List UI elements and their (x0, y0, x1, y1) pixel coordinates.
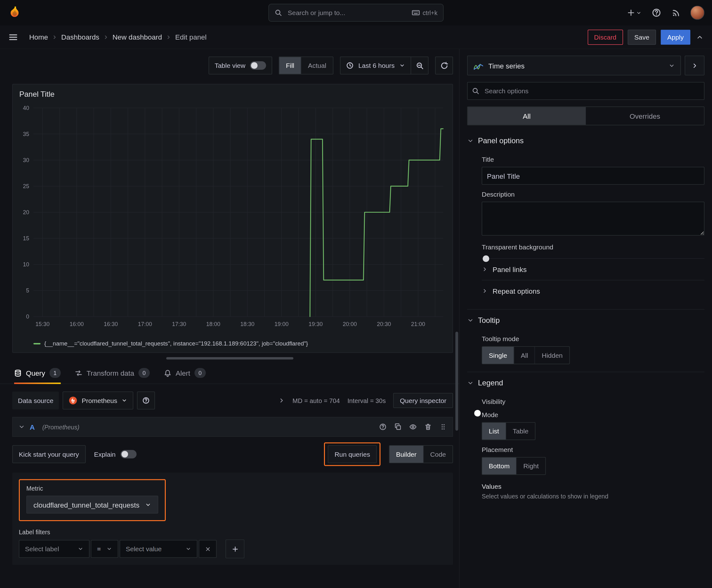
legend-list-option[interactable]: List (482, 423, 506, 440)
visualization-picker[interactable]: Time series (467, 56, 681, 76)
user-avatar[interactable] (690, 6, 705, 20)
run-queries-button[interactable]: Run queries (328, 445, 377, 463)
breadcrumb-dashboards[interactable]: Dashboards (61, 33, 99, 41)
data-source-value: Prometheus (82, 397, 117, 404)
chevron-down-icon (145, 502, 151, 508)
global-search-input[interactable] (287, 8, 407, 17)
zoom-out-button[interactable] (411, 57, 429, 75)
collapse-panel-button[interactable] (695, 33, 705, 42)
description-label: Description (482, 190, 705, 198)
query-count-badge: 1 (49, 368, 61, 378)
panel-resize-handle[interactable] (166, 357, 293, 360)
table-view-control: Table view (209, 57, 272, 75)
grafana-logo-icon[interactable] (7, 6, 22, 20)
select-value-dropdown[interactable]: Select value (120, 540, 197, 558)
select-value-placeholder: Select value (126, 545, 162, 553)
data-source-help-button[interactable] (137, 392, 155, 410)
tab-alert-label: Alert (176, 369, 190, 377)
actual-option[interactable]: Actual (301, 57, 333, 74)
tab-transform-data[interactable]: Transform data 0 (75, 362, 150, 384)
svg-text:20: 20 (23, 209, 29, 215)
svg-text:5: 5 (26, 288, 29, 294)
refresh-button[interactable] (435, 57, 453, 75)
duplicate-icon[interactable] (394, 423, 402, 430)
alert-count-badge: 0 (194, 368, 206, 378)
label-filters-label: Label filters (19, 529, 447, 536)
time-range-picker[interactable]: Last 6 hours (340, 57, 411, 75)
save-button[interactable]: Save (628, 29, 656, 45)
help-button[interactable] (651, 7, 662, 19)
global-search[interactable]: ctrl+k (268, 4, 444, 22)
legend-table-option[interactable]: Table (506, 423, 535, 440)
options-search-input[interactable] (467, 82, 705, 100)
news-button[interactable] (671, 7, 682, 19)
remove-filter-button[interactable] (199, 540, 217, 558)
tooltip-hidden-option[interactable]: Hidden (535, 347, 569, 364)
trash-icon[interactable] (425, 423, 432, 430)
query-row-header[interactable]: A (Prometheus) (12, 417, 453, 437)
legend-bottom-option[interactable]: Bottom (482, 458, 516, 475)
legend-header-label: Legend (478, 379, 503, 387)
tooltip-header-label: Tooltip (478, 316, 500, 325)
metric-select[interactable]: cloudflared_tunnel_total_requests (26, 496, 158, 513)
breadcrumb-new-dashboard[interactable]: New dashboard (112, 33, 162, 41)
svg-text:25: 25 (23, 183, 29, 189)
main-scrollbar-thumb[interactable] (455, 332, 458, 430)
chevron-down-icon (669, 63, 675, 69)
data-source-label: Data source (12, 392, 59, 410)
tab-all[interactable]: All (468, 107, 586, 125)
chevron-right-icon[interactable] (278, 397, 285, 404)
rss-icon (671, 8, 681, 18)
eye-icon[interactable] (409, 423, 417, 430)
tooltip-single-option[interactable]: Single (482, 347, 514, 364)
tab-query[interactable]: Query 1 (14, 362, 61, 384)
legend-mode-label: Mode (482, 411, 705, 418)
data-source-picker[interactable]: Prometheus (63, 392, 133, 410)
panel-links-section[interactable]: Panel links (482, 258, 705, 280)
legend-right-option[interactable]: Right (516, 458, 546, 475)
editor-tabs: Query 1 Transform data 0 Alert 0 (0, 362, 459, 384)
table-view-toggle[interactable] (250, 61, 266, 70)
tab-alert[interactable]: Alert 0 (164, 362, 206, 384)
panel-options-header-label: Panel options (478, 136, 524, 145)
select-label-dropdown[interactable]: Select label (19, 540, 89, 558)
tooltip-mode-segmented: Single All Hidden (482, 346, 570, 364)
tooltip-header[interactable]: Tooltip (467, 312, 705, 330)
fill-option[interactable]: Fill (279, 57, 301, 74)
apply-button[interactable]: Apply (661, 29, 690, 45)
tab-transform-label: Transform data (87, 369, 134, 377)
kick-start-query-button[interactable]: Kick start your query (12, 445, 85, 463)
chevron-down-icon (467, 138, 474, 144)
breadcrumb-home[interactable]: Home (29, 33, 48, 41)
builder-option[interactable]: Builder (389, 446, 423, 463)
close-icon (205, 546, 211, 552)
discard-button[interactable]: Discard (587, 29, 623, 45)
description-textarea[interactable] (482, 202, 705, 236)
new-button[interactable] (626, 7, 643, 18)
panel-title-input[interactable] (482, 167, 705, 185)
tab-overrides[interactable]: Overrides (586, 107, 704, 125)
drag-handle-icon[interactable] (439, 423, 447, 430)
query-inspector-button[interactable]: Query inspector (393, 393, 453, 408)
explain-toggle[interactable] (120, 450, 136, 459)
operator-dropdown[interactable]: = (91, 540, 118, 558)
chevron-down-icon[interactable] (19, 424, 25, 430)
highlight-ring-run-queries: Run queries (324, 443, 381, 466)
chevron-down-icon (467, 380, 474, 386)
legend-swatch (34, 343, 41, 344)
legend-header[interactable]: Legend (467, 374, 705, 392)
tooltip-all-option[interactable]: All (514, 347, 535, 364)
max-data-points-info: MD = auto = 704 (293, 397, 340, 404)
panel-options-sidebar: Time series All Overrides Panel optio (459, 49, 712, 588)
repeat-options-section[interactable]: Repeat options (482, 280, 705, 301)
toggle-options-pane-button[interactable] (685, 56, 705, 76)
options-search (467, 82, 705, 100)
add-filter-button[interactable] (226, 540, 244, 559)
timeseries-chart[interactable]: 051015202530354015:3016:0016:3017:0017:3… (13, 100, 453, 338)
code-option[interactable]: Code (423, 446, 453, 463)
menu-toggle-button[interactable] (7, 31, 19, 43)
legend-series-label[interactable]: {__name__="cloudflared_tunnel_total_requ… (44, 340, 308, 347)
help-icon[interactable] (379, 423, 387, 430)
svg-text:17:00: 17:00 (138, 321, 152, 327)
panel-options-header[interactable]: Panel options (467, 132, 705, 150)
